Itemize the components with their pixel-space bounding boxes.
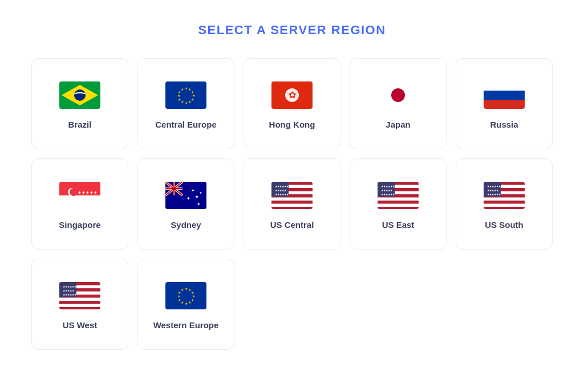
flag-japan bbox=[378, 81, 419, 109]
flag-us-central: ★★★★★★ ★★★★★ ★★★★★★ bbox=[271, 182, 313, 209]
svg-text:★★★★★★: ★★★★★★ bbox=[63, 285, 77, 288]
flag-us-west: ★★★★★★ ★★★★★ ★★★★★★ bbox=[59, 282, 100, 309]
svg-text:★: ★ bbox=[181, 88, 184, 91]
region-name-western-europe: Western Europe bbox=[153, 320, 219, 331]
svg-text:★: ★ bbox=[185, 287, 188, 291]
svg-text:✦: ✦ bbox=[191, 188, 195, 193]
svg-rect-21 bbox=[484, 81, 525, 91]
svg-rect-69 bbox=[484, 207, 525, 209]
region-card-singapore[interactable]: ✦✦✦✦✦ Singapore bbox=[31, 158, 128, 250]
page-title: SELECT A SERVER REGION bbox=[198, 23, 386, 38]
region-card-sydney[interactable]: ✦ ✦ ✦ ✦ ✦ Sydney bbox=[137, 158, 234, 250]
flag-western-europe: ★★★★★★★★★★★★ bbox=[165, 282, 206, 309]
svg-rect-68 bbox=[484, 201, 525, 204]
svg-text:★★★★★★: ★★★★★★ bbox=[487, 185, 501, 188]
svg-text:★: ★ bbox=[177, 94, 180, 97]
svg-text:★: ★ bbox=[185, 302, 188, 305]
region-card-us-south[interactable]: ★★★★★★ ★★★★★ ★★★★★★ US South bbox=[456, 158, 553, 250]
svg-text:★★★★★★: ★★★★★★ bbox=[275, 185, 289, 188]
svg-rect-48 bbox=[271, 201, 313, 204]
svg-text:★★★★★★: ★★★★★★ bbox=[487, 193, 501, 196]
svg-text:★: ★ bbox=[185, 101, 188, 105]
svg-text:★: ★ bbox=[191, 299, 194, 302]
region-card-us-east[interactable]: ★★★★★★ ★★★★★ ★★★★★★ US East bbox=[350, 158, 447, 250]
svg-text:★★★★★: ★★★★★ bbox=[275, 189, 287, 192]
region-card-us-west[interactable]: ★★★★★★ ★★★★★ ★★★★★★ US West bbox=[31, 259, 128, 350]
svg-text:★: ★ bbox=[178, 98, 181, 101]
svg-text:★: ★ bbox=[192, 94, 195, 97]
svg-rect-25 bbox=[59, 195, 100, 209]
svg-point-2 bbox=[74, 89, 86, 101]
svg-text:★★★★★: ★★★★★ bbox=[63, 289, 75, 292]
svg-rect-78 bbox=[59, 301, 100, 304]
svg-text:★: ★ bbox=[191, 291, 194, 295]
region-card-us-central[interactable]: ★★★★★★ ★★★★★ ★★★★★★ US Central bbox=[244, 158, 340, 250]
svg-text:★: ★ bbox=[192, 295, 195, 298]
svg-text:★: ★ bbox=[191, 91, 194, 94]
svg-rect-79 bbox=[59, 307, 100, 309]
svg-rect-59 bbox=[378, 207, 419, 209]
svg-rect-58 bbox=[378, 201, 419, 204]
svg-text:★: ★ bbox=[188, 301, 191, 305]
region-name-brazil: Brazil bbox=[68, 119, 92, 130]
svg-text:★★★★★: ★★★★★ bbox=[381, 189, 393, 192]
svg-text:★★★★★★: ★★★★★★ bbox=[63, 293, 77, 296]
region-name-us-east: US East bbox=[382, 219, 415, 231]
region-card-brazil[interactable]: Brazil bbox=[31, 58, 128, 149]
svg-text:★★★★★: ★★★★★ bbox=[487, 189, 499, 192]
region-name-hong-kong: Hong Kong bbox=[269, 119, 315, 130]
region-card-russia[interactable]: Russia bbox=[456, 58, 553, 149]
svg-text:★★★★★★: ★★★★★★ bbox=[275, 193, 289, 196]
svg-text:✿: ✿ bbox=[289, 90, 296, 100]
flag-us-south: ★★★★★★ ★★★★★ ★★★★★★ bbox=[484, 182, 525, 209]
flag-us-east: ★★★★★★ ★★★★★ ★★★★★★ bbox=[378, 182, 419, 209]
svg-rect-23 bbox=[484, 100, 525, 109]
region-name-sydney: Sydney bbox=[171, 219, 201, 231]
svg-text:★★★★★★: ★★★★★★ bbox=[381, 193, 395, 196]
svg-text:★: ★ bbox=[188, 101, 191, 104]
region-card-japan[interactable]: Japan bbox=[350, 58, 447, 149]
flag-sydney: ✦ ✦ ✦ ✦ ✦ bbox=[165, 182, 206, 209]
svg-text:✦✦✦✦✦: ✦✦✦✦✦ bbox=[78, 190, 98, 195]
svg-text:✦: ✦ bbox=[199, 191, 202, 195]
svg-text:✦: ✦ bbox=[194, 194, 199, 200]
svg-text:★: ★ bbox=[185, 87, 188, 90]
region-card-western-europe[interactable]: ★★★★★★★★★★★★ Western Europe bbox=[137, 259, 234, 350]
region-name-japan: Japan bbox=[386, 119, 410, 130]
svg-text:★: ★ bbox=[181, 288, 184, 292]
svg-text:★★★★★★: ★★★★★★ bbox=[381, 185, 395, 188]
flag-russia bbox=[484, 81, 525, 109]
region-name-us-south: US South bbox=[485, 219, 524, 231]
region-name-russia: Russia bbox=[490, 119, 518, 130]
flag-brazil bbox=[59, 81, 100, 109]
svg-point-27 bbox=[70, 188, 78, 196]
svg-text:★: ★ bbox=[177, 295, 180, 298]
svg-rect-22 bbox=[484, 91, 525, 100]
region-card-central-europe[interactable]: ★★★★★★★★★★★★ Central Europe bbox=[137, 58, 234, 149]
region-name-singapore: Singapore bbox=[59, 219, 100, 231]
regions-grid: Brazil ★★★★★★★★★★★★ Central Europe ✿ Hon… bbox=[31, 58, 553, 350]
region-name-us-central: US Central bbox=[270, 219, 314, 231]
flag-singapore: ✦✦✦✦✦ bbox=[59, 182, 100, 209]
flag-hong-kong: ✿ bbox=[271, 81, 313, 109]
flag-central-europe: ★★★★★★★★★★★★ bbox=[165, 81, 206, 109]
svg-text:★: ★ bbox=[178, 299, 181, 302]
region-name-central-europe: Central Europe bbox=[155, 119, 217, 130]
svg-text:★: ★ bbox=[191, 98, 194, 101]
svg-point-20 bbox=[391, 88, 405, 102]
region-card-hong-kong[interactable]: ✿ Hong Kong bbox=[244, 58, 340, 149]
svg-rect-49 bbox=[271, 207, 313, 209]
svg-text:★: ★ bbox=[181, 101, 184, 104]
region-name-us-west: US West bbox=[63, 320, 98, 331]
svg-text:✦: ✦ bbox=[197, 202, 201, 207]
svg-text:★: ★ bbox=[181, 301, 184, 305]
svg-text:✦: ✦ bbox=[186, 196, 190, 201]
